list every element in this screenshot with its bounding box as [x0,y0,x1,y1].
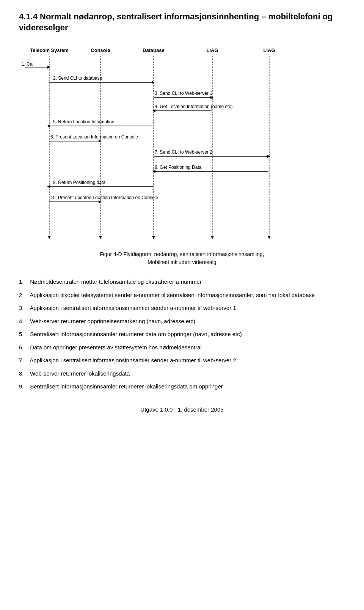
item-text: Applikasjon i sentralisert informasjonsi… [28,356,236,365]
list-item: 7. Applikasjon i sentralisert informasjo… [19,356,345,365]
item-number: 5. [19,330,28,339]
arrowhead-3 [210,96,213,99]
item-number: 4. [19,317,28,326]
arrowhead-5 [47,124,50,127]
arrowhead-2 [152,81,155,84]
list-item: 2. Applikasjon tilkoplet telesystemet se… [19,291,345,300]
list-item: 9. Sentralisert informasjonsinnsamler re… [19,382,345,391]
list-item: 1. Nødmeldesentralen mottar telefonsamta… [19,278,345,286]
sequence-diagram: Telecom System Console Database LIAG LIA… [19,44,345,243]
label-7: 7. Send CLI to Web-server 2 [155,149,212,155]
end-arrow-liag1 [211,236,214,239]
arrowhead-6 [99,140,102,143]
item-number: 1. [19,278,28,286]
label-8: 8. Get Positioning Data [155,165,202,170]
end-arrow-telecom [48,236,51,239]
label-10: 10. Present updated Location Information… [50,195,158,200]
label-5: 5. Return Location Information [53,119,114,124]
item-number: 6. [19,343,28,352]
col-header-telecom: Telecom System [30,47,69,53]
list-item: 5. Sentralisert informasjonsinnsamler re… [19,330,345,339]
caption-line2: Mobilnett inkludert videresalg [147,259,216,265]
figure-caption: Figur 4-D Flytdiagram, nødanrop, sentral… [19,250,345,266]
list-item: 6. Data om oppringer presenters av støtt… [19,343,345,352]
page-title: 4.1.4 Normalt nødanrop, sentralisert inf… [19,11,345,33]
item-number: 8. [19,369,28,378]
item-text: Applikasjon tilkoplet telesystemet sende… [28,291,315,300]
list-item: 4. Web-server returnerer opprinnelsesmar… [19,317,345,326]
col-header-liag2: LIAG [263,47,275,53]
col-header-console: Console [91,47,110,53]
end-arrow-console [99,236,102,239]
list-item: 8. Web-server returnerer lokaliseringsda… [19,369,345,378]
col-header-database: Database [143,47,165,53]
end-arrow-database [152,236,155,239]
description-list: 1. Nødmeldesentralen mottar telefonsamta… [19,278,345,391]
label-1: 1. Call [22,61,35,67]
item-text: Web-server returnerer opprinnelsesmarker… [28,317,195,326]
list-item: 3. Applikasjon i sentralisert informasjo… [19,304,345,313]
item-text: Data om oppringer presenters av støttesy… [28,343,202,352]
arrowhead-7 [267,155,270,158]
end-arrow-liag2 [268,236,271,239]
item-text: Sentralisert informasjonsinnsamler retur… [28,330,242,339]
label-2: 2. Send CLI to database [53,75,102,81]
label-4: 4. Get Location Information (name etc) [155,104,232,109]
arrowhead-4 [152,109,155,112]
label-6: 6. Present Location Information on Conso… [50,134,138,140]
arrowhead-1 [47,66,50,69]
item-number: 9. [19,382,28,391]
item-number: 3. [19,304,28,313]
item-text: Sentralisert informasjonsinnsamler retur… [28,382,223,391]
caption-line1: Figur 4-D Flytdiagram, nødanrop, sentral… [100,251,264,257]
arrowhead-8 [152,170,155,173]
arrowhead-10 [99,200,102,203]
item-text: Web-server returnerer lokaliseringsdata [28,369,130,378]
label-3: 3. Send CLI to Web-server 1 [155,91,212,96]
label-9: 9. Return Positioning data [53,180,105,185]
item-text: Applikasjon i sentralisert informasjonsi… [28,304,236,313]
item-number: 7. [19,356,28,365]
diagram-svg: Telecom System Console Database LIAG LIA… [19,44,345,242]
arrowhead-9 [47,185,50,188]
footer: Utgave 1.0.0 - 1. desember 2005 [19,406,345,413]
col-header-liag1: LIAG [206,47,218,53]
item-text: Nødmeldesentralen mottar telefonsamtale … [28,278,202,286]
item-number: 2. [19,291,28,300]
